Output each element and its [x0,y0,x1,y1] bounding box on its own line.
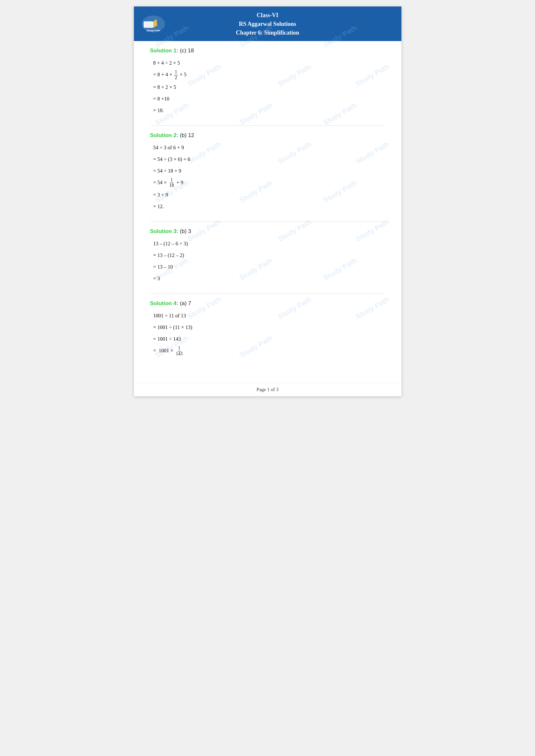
solution-1-label: Solution 1: [150,47,180,54]
solution-1-step-5: = 18. [153,105,385,116]
page-indicator: Page 1 of 3 [257,387,278,392]
solution-3-block: Solution 3: (b) 3 13 – (12 – 6 ÷ 3) = 13… [150,228,385,284]
solution-4-answer: (a) 7 [180,300,191,307]
header-line1: Class-VI [140,11,395,20]
fraction-half: 1 2 [174,69,178,81]
solution-2-answer: (b) 12 [180,132,194,138]
divider-2 [150,221,385,222]
solution-4-step-4: = 1001 × 1 143 [153,345,385,357]
solution-4-step-3: = 1001 ÷ 143 [153,334,385,344]
solution-2-step-2: = 54 ÷ (3 × 6) + 6 [153,154,385,165]
header-line2: RS Aggarwal Solutions [140,20,395,28]
solution-3-answer: (b) 3 [180,228,191,234]
solution-4-step-2: = 1001 ÷ (11 × 13) [153,322,385,333]
solution-3-title: Solution 3: (b) 3 [150,228,385,235]
solution-2-step-1: 54 ÷ 3 of 6 + 9 [153,143,385,153]
solution-4-step-1: 1001 ÷ 11 of 13 [153,310,385,321]
footer: Page 1 of 3 [134,383,401,396]
solution-1-step-1: 8 + 4 ÷ 2 × 5 [153,58,385,68]
solution-1-block: Solution 1: (c) 18 8 + 4 ÷ 2 × 5 = 8 + 4… [150,47,385,116]
solution-2-step-6: = 12. [153,202,385,212]
header-title: Class-VI RS Aggarwal Solutions Chapter 6… [140,11,395,37]
solution-2-step-3: = 54 ÷ 18 + 9 [153,166,385,176]
solution-3-step-2: = 13 – (12 – 2) [153,250,385,260]
solution-3-step-4: = 3 [153,273,385,284]
divider-3 [150,293,385,294]
solution-3-label: Solution 3: [150,228,180,234]
divider-1 [150,125,385,126]
fraction-1over143: 1 143 [175,345,183,357]
solution-2-math: 54 ÷ 3 of 6 + 9 = 54 ÷ (3 × 6) + 6 = 54 … [150,143,385,212]
content: Solution 1: (c) 18 8 + 4 ÷ 2 × 5 = 8 + 4… [134,41,401,379]
solution-1-step-3: = 8 + 2 × 5 [153,82,385,93]
solution-2-step-5: = 3 + 9 [153,190,385,200]
solution-2-label: Solution 2: [150,132,180,138]
header: Study Path Class-VI RS Aggarwal Solution… [134,7,401,41]
svg-rect-1 [144,21,153,28]
svg-text:Study Path: Study Path [147,29,160,32]
solution-1-math: 8 + 4 ÷ 2 × 5 = 8 + 4 × 1 2 × 5 = 8 + 2 … [150,58,385,116]
solution-3-step-1: 13 – (12 – 6 ÷ 3) [153,238,385,249]
fraction-1over18: 1 18 [169,177,175,189]
solution-4-title: Solution 4: (a) 7 [150,300,385,307]
solution-4-label: Solution 4: [150,300,180,307]
page: Study Path Class-VI RS Aggarwal Solution… [134,7,401,396]
solution-4-math: 1001 ÷ 11 of 13 = 1001 ÷ (11 × 13) = 100… [150,310,385,357]
solution-1-step-4: = 8 +10 [153,94,385,104]
solution-1-answer: (c) 18 [180,47,194,54]
solution-3-step-3: = 13 – 10 [153,262,385,272]
solution-2-step-4: = 54 × 1 18 + 9 [153,177,385,189]
solution-2-title: Solution 2: (b) 12 [150,132,385,139]
solution-1-step-2: = 8 + 4 × 1 2 × 5 [153,69,385,81]
solution-3-math: 13 – (12 – 6 ÷ 3) = 13 – (12 – 2) = 13 –… [150,238,385,284]
header-line3: Chapter 6: Simplification [140,28,395,37]
logo: Study Path [140,14,166,34]
solution-4-block: Solution 4: (a) 7 1001 ÷ 11 of 13 = 1001… [150,300,385,357]
solution-2-block: Solution 2: (b) 12 54 ÷ 3 of 6 + 9 = 54 … [150,132,385,212]
solution-1-title: Solution 1: (c) 18 [150,47,385,54]
